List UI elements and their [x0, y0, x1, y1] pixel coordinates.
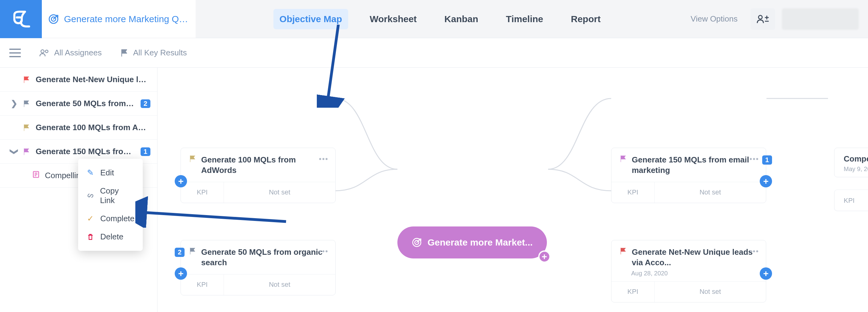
view-options-button[interactable]: View Options: [684, 11, 744, 27]
logo-icon: [11, 9, 31, 29]
kpi-label: KPI: [181, 182, 224, 203]
tab-timeline[interactable]: Timeline: [500, 9, 549, 29]
top-bar: Generate more Marketing Qua… Objective M…: [0, 0, 868, 38]
node-email[interactable]: Generate 150 MQLs from email marketing •…: [611, 148, 766, 203]
document-icon: [32, 170, 40, 181]
center-title: Generate more Market...: [428, 237, 533, 248]
svg-point-3: [41, 50, 44, 53]
link-icon: [86, 192, 94, 199]
app-logo[interactable]: [0, 0, 42, 38]
count-badge: 1: [141, 147, 150, 156]
ctx-delete-label: Delete: [100, 232, 123, 242]
tab-report[interactable]: Report: [565, 9, 607, 29]
flag-icon: [23, 124, 31, 132]
more-icon[interactable]: •••: [750, 247, 759, 256]
flag-icon: [23, 76, 31, 84]
kpi-label: KPI: [612, 282, 654, 302]
chevron-right-icon: ❯: [10, 99, 18, 108]
kpi-label: KPI: [181, 275, 224, 295]
add-button[interactable]: +: [175, 268, 187, 280]
objective-title-block[interactable]: Generate more Marketing Qua…: [42, 0, 196, 38]
node-date: May 9, 20: [844, 165, 868, 173]
ctx-edit-label: Edit: [100, 168, 114, 178]
people-icon: [757, 14, 769, 24]
node-date: Aug 28, 2020: [612, 270, 766, 281]
pencil-icon: ✎: [86, 168, 95, 178]
chevron-down-icon: ❯: [9, 148, 19, 155]
ctx-edit[interactable]: ✎ Edit: [78, 164, 143, 182]
count-badge: 2: [141, 99, 150, 108]
objective-title: Generate more Marketing Qua…: [64, 14, 189, 24]
add-button[interactable]: +: [538, 250, 551, 263]
flag-icon: [189, 247, 197, 255]
more-icon[interactable]: •••: [319, 155, 329, 163]
flag-icon: [619, 247, 627, 255]
sidebar-item-organic[interactable]: ❯ Generate 50 MQLs from o… 2: [0, 92, 157, 116]
key-results-filter[interactable]: All Key Results: [117, 45, 190, 61]
node-partial[interactable]: Compel May 9, 20: [834, 148, 868, 177]
node-title: Generate Net-New Unique leads via Acco..…: [632, 247, 758, 268]
target-icon: [411, 237, 422, 248]
flag-icon: [120, 49, 129, 57]
ctx-delete[interactable]: Delete: [78, 228, 143, 246]
ctx-complete-label: Complete: [100, 214, 134, 223]
ctx-copy-link[interactable]: Copy Link: [78, 182, 143, 210]
tab-kanban[interactable]: Kanban: [438, 9, 485, 29]
menu-button[interactable]: [6, 45, 24, 60]
ctx-complete[interactable]: ✓ Complete: [78, 210, 143, 228]
flag-icon: [23, 148, 31, 156]
status-label: Not set: [654, 282, 766, 302]
node-organic[interactable]: Generate 50 MQLs from organic search •••…: [181, 240, 336, 295]
node-netnew[interactable]: Generate Net-New Unique leads via Acco..…: [611, 240, 766, 303]
map-canvas[interactable]: Generate 100 MQLs from AdWords ••• + KPI…: [157, 68, 868, 312]
user-avatar[interactable]: [782, 8, 859, 30]
sidebar-item-netnew[interactable]: Generate Net-New Unique leads…: [0, 68, 157, 92]
add-button[interactable]: +: [760, 175, 772, 187]
svg-point-4: [45, 50, 48, 53]
target-icon: [48, 13, 59, 25]
status-label: Not set: [654, 182, 766, 203]
add-button[interactable]: +: [760, 268, 772, 280]
key-results-label: All Key Results: [133, 48, 187, 58]
node-title: Generate 150 MQLs from email marketing: [632, 155, 758, 176]
sidebar-item-adwords[interactable]: Generate 100 MQLs from AdWo…: [0, 116, 157, 140]
tab-worksheet[interactable]: Worksheet: [364, 9, 423, 29]
kpi-label: KPI: [844, 197, 855, 204]
node-center[interactable]: Generate more Market... +: [397, 226, 547, 258]
people-icon: [39, 49, 50, 57]
trash-icon: [86, 233, 95, 241]
node-title: Generate 100 MQLs from AdWords: [201, 155, 327, 176]
sidebar-item-label: Generate Net-New Unique leads…: [36, 75, 150, 84]
node-title: Compel: [844, 154, 868, 164]
more-icon[interactable]: •••: [319, 247, 329, 256]
nav-tabs: Objective Map Worksheet Kanban Timeline …: [196, 9, 684, 29]
assignees-filter[interactable]: All Assignees: [36, 45, 105, 61]
add-button[interactable]: +: [175, 175, 187, 187]
right-tools: View Options: [684, 8, 868, 30]
people-button[interactable]: [750, 8, 775, 30]
assignees-label: All Assignees: [54, 48, 102, 58]
sidebar-item-label: Generate 100 MQLs from AdWo…: [36, 123, 150, 132]
svg-point-2: [758, 15, 762, 19]
node-title: Generate 50 MQLs from organic search: [201, 247, 327, 268]
tab-objective-map[interactable]: Objective Map: [274, 9, 348, 29]
filter-bar: All Assignees All Key Results: [0, 38, 868, 68]
context-menu: ✎ Edit Copy Link ✓ Complete Delete: [78, 159, 143, 251]
hamburger-icon: [9, 49, 21, 57]
count-badge: 2: [175, 248, 185, 257]
kpi-label: KPI: [612, 182, 654, 203]
status-label: Not set: [224, 182, 335, 203]
status-label: Not set: [224, 275, 335, 295]
sidebar-item-label: Generate 150 MQLs from …: [36, 147, 136, 156]
more-icon[interactable]: •••: [750, 155, 759, 163]
flag-icon: [189, 155, 197, 163]
sidebar-item-label: Generate 50 MQLs from o…: [36, 99, 136, 108]
count-badge: 1: [762, 155, 772, 165]
check-icon: ✓: [86, 214, 95, 223]
ctx-copy-label: Copy Link: [100, 186, 135, 205]
flag-icon: [619, 155, 627, 163]
node-adwords[interactable]: Generate 100 MQLs from AdWords ••• + KPI…: [181, 148, 336, 203]
node-partial-footer: KPI: [834, 190, 868, 211]
flag-icon: [23, 100, 31, 108]
